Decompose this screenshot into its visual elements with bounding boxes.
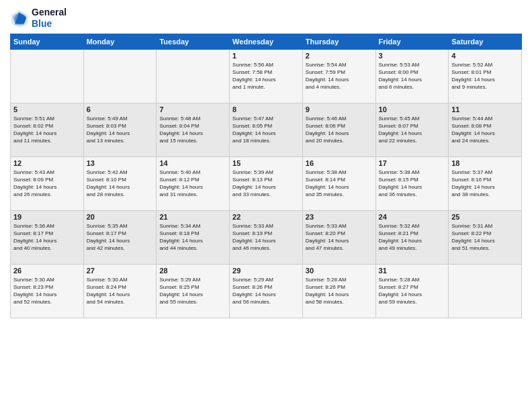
cell-content: Sunrise: 5:36 AM Sunset: 8:17 PM Dayligh…	[13, 222, 81, 253]
calendar-cell: 31Sunrise: 5:28 AM Sunset: 8:27 PM Dayli…	[375, 264, 449, 318]
cell-content: Sunrise: 5:28 AM Sunset: 8:27 PM Dayligh…	[379, 276, 446, 306]
day-number: 30	[306, 267, 373, 275]
calendar-cell: 30Sunrise: 5:28 AM Sunset: 8:26 PM Dayli…	[302, 264, 375, 318]
weekday-header-friday: Friday	[375, 34, 449, 49]
day-number: 20	[87, 213, 154, 221]
day-number: 21	[159, 213, 226, 221]
cell-content: Sunrise: 5:53 AM Sunset: 8:00 PM Dayligh…	[379, 61, 446, 91]
calendar-cell: 21Sunrise: 5:34 AM Sunset: 8:18 PM Dayli…	[157, 210, 230, 264]
weekday-header-tuesday: Tuesday	[157, 34, 230, 49]
calendar-table: SundayMondayTuesdayWednesdayThursdayFrid…	[10, 34, 522, 318]
day-number: 13	[87, 159, 154, 167]
calendar-cell: 26Sunrise: 5:30 AM Sunset: 8:23 PM Dayli…	[11, 264, 84, 318]
day-number: 10	[379, 105, 446, 113]
weekday-header-wednesday: Wednesday	[230, 34, 303, 49]
calendar-cell: 1Sunrise: 5:56 AM Sunset: 7:58 PM Daylig…	[230, 49, 303, 103]
day-number: 11	[451, 105, 519, 113]
calendar-cell: 23Sunrise: 5:33 AM Sunset: 8:20 PM Dayli…	[302, 210, 375, 264]
cell-content: Sunrise: 5:51 AM Sunset: 8:02 PM Dayligh…	[13, 115, 81, 145]
cell-content: Sunrise: 5:45 AM Sunset: 8:07 PM Dayligh…	[379, 115, 446, 145]
day-number: 1	[232, 52, 300, 60]
page-container: General Blue SundayMondayTuesdayWednesda…	[0, 0, 532, 325]
calendar-cell: 7Sunrise: 5:48 AM Sunset: 8:04 PM Daylig…	[157, 103, 230, 156]
day-number: 28	[159, 267, 226, 275]
day-number: 27	[87, 267, 154, 275]
day-number: 12	[13, 159, 81, 167]
calendar-cell: 25Sunrise: 5:31 AM Sunset: 8:22 PM Dayli…	[449, 210, 522, 264]
calendar-cell: 28Sunrise: 5:29 AM Sunset: 8:25 PM Dayli…	[157, 264, 230, 318]
day-number: 19	[13, 213, 81, 221]
day-number: 22	[232, 213, 300, 221]
calendar-week-row: 12Sunrise: 5:43 AM Sunset: 8:09 PM Dayli…	[11, 156, 522, 210]
cell-content: Sunrise: 5:34 AM Sunset: 8:18 PM Dayligh…	[159, 222, 226, 253]
cell-content: Sunrise: 5:39 AM Sunset: 8:13 PM Dayligh…	[232, 169, 300, 199]
cell-content: Sunrise: 5:43 AM Sunset: 8:09 PM Dayligh…	[13, 169, 81, 199]
calendar-cell: 18Sunrise: 5:37 AM Sunset: 8:16 PM Dayli…	[449, 156, 522, 210]
calendar-cell: 14Sunrise: 5:40 AM Sunset: 8:12 PM Dayli…	[157, 156, 230, 210]
day-number: 6	[87, 105, 154, 113]
calendar-cell	[83, 49, 157, 103]
cell-content: Sunrise: 5:44 AM Sunset: 8:08 PM Dayligh…	[451, 115, 519, 145]
calendar-week-row: 5Sunrise: 5:51 AM Sunset: 8:02 PM Daylig…	[11, 103, 522, 156]
calendar-cell: 10Sunrise: 5:45 AM Sunset: 8:07 PM Dayli…	[375, 103, 449, 156]
cell-content: Sunrise: 5:38 AM Sunset: 8:14 PM Dayligh…	[306, 169, 373, 199]
day-number: 5	[13, 105, 81, 113]
cell-content: Sunrise: 5:32 AM Sunset: 8:21 PM Dayligh…	[379, 222, 446, 253]
day-number: 29	[232, 267, 300, 275]
cell-content: Sunrise: 5:33 AM Sunset: 8:20 PM Dayligh…	[306, 222, 373, 253]
day-number: 25	[451, 213, 519, 221]
cell-content: Sunrise: 5:33 AM Sunset: 8:19 PM Dayligh…	[232, 222, 300, 253]
calendar-cell: 20Sunrise: 5:35 AM Sunset: 8:17 PM Dayli…	[83, 210, 157, 264]
day-number: 3	[379, 52, 446, 60]
calendar-cell	[11, 49, 84, 103]
cell-content: Sunrise: 5:56 AM Sunset: 7:58 PM Dayligh…	[232, 61, 300, 91]
cell-content: Sunrise: 5:35 AM Sunset: 8:17 PM Dayligh…	[87, 222, 154, 253]
calendar-body: 1Sunrise: 5:56 AM Sunset: 7:58 PM Daylig…	[11, 49, 522, 318]
header: General Blue	[10, 7, 522, 30]
day-number: 15	[232, 159, 300, 167]
day-number: 2	[306, 52, 373, 60]
calendar-cell: 15Sunrise: 5:39 AM Sunset: 8:13 PM Dayli…	[230, 156, 303, 210]
day-number: 4	[451, 52, 519, 60]
day-number: 16	[306, 159, 373, 167]
cell-content: Sunrise: 5:47 AM Sunset: 8:05 PM Dayligh…	[232, 115, 300, 145]
day-number: 7	[159, 105, 226, 113]
calendar-cell: 8Sunrise: 5:47 AM Sunset: 8:05 PM Daylig…	[230, 103, 303, 156]
cell-content: Sunrise: 5:28 AM Sunset: 8:26 PM Dayligh…	[306, 276, 373, 306]
logo: General Blue	[10, 7, 66, 30]
cell-content: Sunrise: 5:30 AM Sunset: 8:24 PM Dayligh…	[87, 276, 154, 306]
cell-content: Sunrise: 5:37 AM Sunset: 8:16 PM Dayligh…	[451, 169, 519, 199]
calendar-cell: 9Sunrise: 5:46 AM Sunset: 8:06 PM Daylig…	[302, 103, 375, 156]
calendar-cell: 22Sunrise: 5:33 AM Sunset: 8:19 PM Dayli…	[230, 210, 303, 264]
cell-content: Sunrise: 5:54 AM Sunset: 7:59 PM Dayligh…	[306, 61, 373, 91]
cell-content: Sunrise: 5:49 AM Sunset: 8:03 PM Dayligh…	[87, 115, 154, 145]
calendar-cell: 4Sunrise: 5:52 AM Sunset: 8:01 PM Daylig…	[449, 49, 522, 103]
cell-content: Sunrise: 5:46 AM Sunset: 8:06 PM Dayligh…	[306, 115, 373, 145]
day-number: 31	[379, 267, 446, 275]
day-number: 18	[451, 159, 519, 167]
cell-content: Sunrise: 5:30 AM Sunset: 8:23 PM Dayligh…	[13, 276, 81, 306]
cell-content: Sunrise: 5:29 AM Sunset: 8:25 PM Dayligh…	[159, 276, 226, 306]
calendar-cell: 5Sunrise: 5:51 AM Sunset: 8:02 PM Daylig…	[11, 103, 84, 156]
calendar-cell: 11Sunrise: 5:44 AM Sunset: 8:08 PM Dayli…	[449, 103, 522, 156]
calendar-cell: 3Sunrise: 5:53 AM Sunset: 8:00 PM Daylig…	[375, 49, 449, 103]
calendar-cell: 17Sunrise: 5:38 AM Sunset: 8:15 PM Dayli…	[375, 156, 449, 210]
calendar-cell: 2Sunrise: 5:54 AM Sunset: 7:59 PM Daylig…	[302, 49, 375, 103]
weekday-header-sunday: Sunday	[11, 34, 84, 49]
day-number: 8	[232, 105, 300, 113]
logo-icon	[10, 9, 29, 28]
calendar-cell: 12Sunrise: 5:43 AM Sunset: 8:09 PM Dayli…	[11, 156, 84, 210]
day-number: 17	[379, 159, 446, 167]
cell-content: Sunrise: 5:31 AM Sunset: 8:22 PM Dayligh…	[451, 222, 519, 253]
calendar-cell: 19Sunrise: 5:36 AM Sunset: 8:17 PM Dayli…	[11, 210, 84, 264]
calendar-cell: 13Sunrise: 5:42 AM Sunset: 8:10 PM Dayli…	[83, 156, 157, 210]
cell-content: Sunrise: 5:48 AM Sunset: 8:04 PM Dayligh…	[159, 115, 226, 145]
cell-content: Sunrise: 5:40 AM Sunset: 8:12 PM Dayligh…	[159, 169, 226, 199]
calendar-cell	[157, 49, 230, 103]
calendar-week-row: 26Sunrise: 5:30 AM Sunset: 8:23 PM Dayli…	[11, 264, 522, 318]
day-number: 14	[159, 159, 226, 167]
calendar-cell: 29Sunrise: 5:29 AM Sunset: 8:26 PM Dayli…	[230, 264, 303, 318]
calendar-cell	[449, 264, 522, 318]
day-number: 23	[306, 213, 373, 221]
weekday-header-monday: Monday	[83, 34, 157, 49]
